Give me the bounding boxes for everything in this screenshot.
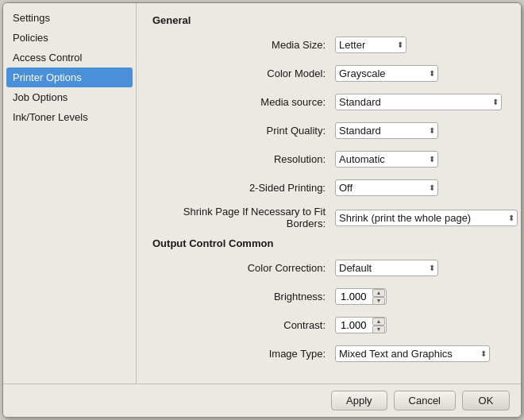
sidebar-item-policies[interactable]: Policies xyxy=(3,28,136,48)
color-correction-label: Color Correction: xyxy=(152,262,335,274)
color-model-select-wrapper: Grayscale Color RGB xyxy=(335,65,438,82)
print-quality-control: Standard High Draft xyxy=(335,122,438,139)
sidebar: Settings Policies Access Control Printer… xyxy=(3,3,137,383)
dialog-body: Settings Policies Access Control Printer… xyxy=(3,3,521,383)
contrast-label: Contrast: xyxy=(152,319,335,331)
two-sided-control: Off Long-Edge Short-Edge xyxy=(335,179,438,196)
two-sided-select[interactable]: Off Long-Edge Short-Edge xyxy=(335,179,438,196)
apply-button[interactable]: Apply xyxy=(331,391,387,410)
image-type-select-wrapper: Mixed Text and Graphics Text Only Graphi… xyxy=(335,345,490,362)
color-correction-control: Default Manual None xyxy=(335,260,438,276)
media-size-select-wrapper: Letter A4 A3 Legal xyxy=(335,37,406,53)
color-correction-row: Color Correction: Default Manual None xyxy=(152,257,505,278)
print-quality-row: Print Quality: Standard High Draft xyxy=(152,120,505,141)
image-type-row: Image Type: Mixed Text and Graphics Text… xyxy=(152,343,505,364)
brightness-row: Brightness: ▲ ▼ xyxy=(152,286,505,306)
brightness-down-button[interactable]: ▼ xyxy=(372,297,385,305)
print-quality-select[interactable]: Standard High Draft xyxy=(335,122,438,139)
output-control-section-title: Output Control Common xyxy=(152,237,505,249)
color-model-select[interactable]: Grayscale Color RGB xyxy=(335,65,438,82)
media-size-label: Media Size: xyxy=(152,39,335,51)
contrast-up-button[interactable]: ▲ xyxy=(372,318,385,326)
color-correction-select[interactable]: Default Manual None xyxy=(335,260,438,276)
image-type-select[interactable]: Mixed Text and Graphics Text Only Graphi… xyxy=(335,345,490,362)
ok-button[interactable]: OK xyxy=(462,391,510,410)
print-quality-label: Print Quality: xyxy=(152,125,335,137)
main-content: General Media Size: Letter A4 A3 Legal xyxy=(137,3,521,383)
brightness-input-wrapper: ▲ ▼ xyxy=(335,288,387,305)
color-correction-select-wrapper: Default Manual None xyxy=(335,260,438,276)
sidebar-item-printer-options[interactable]: Printer Options xyxy=(6,67,133,87)
contrast-input-wrapper: ▲ ▼ xyxy=(335,317,387,333)
two-sided-label: 2-Sided Printing: xyxy=(152,182,335,194)
shrink-page-select-wrapper: Shrink (print the whole page) No Shrink … xyxy=(335,210,518,226)
sidebar-item-job-options[interactable]: Job Options xyxy=(3,87,136,107)
resolution-row: Resolution: Automatic 600 DPI 1200 DPI xyxy=(152,148,505,169)
shrink-page-control: Shrink (print the whole page) No Shrink … xyxy=(335,210,518,226)
color-model-row: Color Model: Grayscale Color RGB xyxy=(152,63,505,83)
cancel-button[interactable]: Cancel xyxy=(394,391,456,410)
media-source-select[interactable]: Standard Tray 1 Tray 2 xyxy=(335,94,502,110)
media-size-select[interactable]: Letter A4 A3 Legal xyxy=(335,37,406,53)
two-sided-row: 2-Sided Printing: Off Long-Edge Short-Ed… xyxy=(152,177,505,198)
contrast-row: Contrast: ▲ ▼ xyxy=(152,314,505,335)
color-model-label: Color Model: xyxy=(152,67,335,79)
media-source-select-wrapper: Standard Tray 1 Tray 2 xyxy=(335,94,502,110)
brightness-spin-buttons: ▲ ▼ xyxy=(372,289,385,305)
contrast-control: ▲ ▼ xyxy=(335,317,387,333)
color-model-control: Grayscale Color RGB xyxy=(335,65,438,82)
resolution-control: Automatic 600 DPI 1200 DPI xyxy=(335,151,438,168)
brightness-up-button[interactable]: ▲ xyxy=(372,289,385,297)
shrink-page-select[interactable]: Shrink (print the whole page) No Shrink … xyxy=(335,210,518,226)
general-section-title: General xyxy=(152,14,505,26)
brightness-label: Brightness: xyxy=(152,291,335,302)
brightness-control: ▲ ▼ xyxy=(335,288,387,305)
media-size-control: Letter A4 A3 Legal xyxy=(335,37,406,53)
media-source-row: Media source: Standard Tray 1 Tray 2 xyxy=(152,91,505,112)
image-type-label: Image Type: xyxy=(152,348,335,360)
sidebar-item-access-control[interactable]: Access Control xyxy=(3,48,136,67)
two-sided-select-wrapper: Off Long-Edge Short-Edge xyxy=(335,179,438,196)
media-size-row: Media Size: Letter A4 A3 Legal xyxy=(152,34,505,55)
image-type-control: Mixed Text and Graphics Text Only Graphi… xyxy=(335,345,490,362)
media-source-control: Standard Tray 1 Tray 2 xyxy=(335,94,502,110)
contrast-spin-buttons: ▲ ▼ xyxy=(372,318,385,333)
shrink-page-label: Shrink Page If Necessary to Fit Borders: xyxy=(152,206,335,229)
contrast-down-button[interactable]: ▼ xyxy=(372,326,385,333)
resolution-label: Resolution: xyxy=(152,153,335,165)
printer-settings-dialog: Settings Policies Access Control Printer… xyxy=(2,2,522,418)
sidebar-item-settings[interactable]: Settings xyxy=(3,8,136,28)
print-quality-select-wrapper: Standard High Draft xyxy=(335,122,438,139)
resolution-select-wrapper: Automatic 600 DPI 1200 DPI xyxy=(335,151,438,168)
resolution-select[interactable]: Automatic 600 DPI 1200 DPI xyxy=(335,151,438,168)
shrink-page-row: Shrink Page If Necessary to Fit Borders:… xyxy=(152,206,505,229)
media-source-label: Media source: xyxy=(152,96,335,108)
sidebar-item-ink-toner[interactable]: Ink/Toner Levels xyxy=(3,107,136,127)
dialog-footer: Apply Cancel OK xyxy=(3,383,521,417)
